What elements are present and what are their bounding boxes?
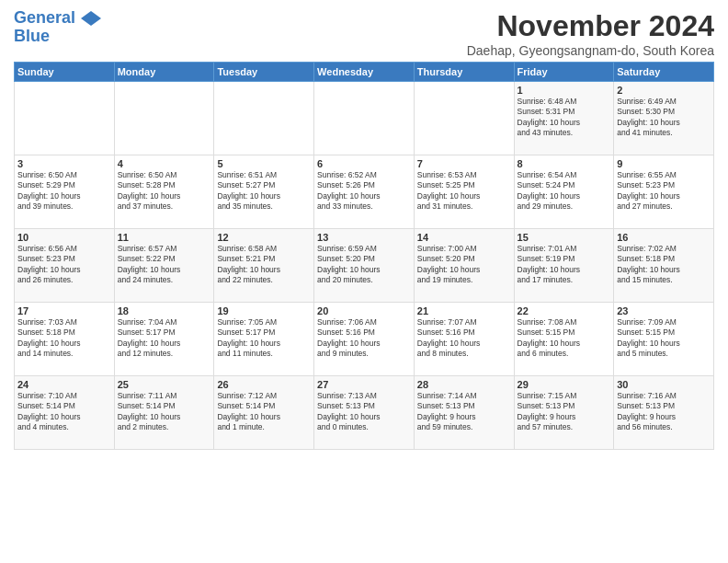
calendar-cell: 1Sunrise: 6:48 AM Sunset: 5:31 PM Daylig… <box>514 82 614 155</box>
calendar-cell: 11Sunrise: 6:57 AM Sunset: 5:22 PM Dayli… <box>114 229 214 303</box>
day-info: Sunrise: 7:03 AM Sunset: 5:18 PM Dayligh… <box>17 317 111 360</box>
day-info: Sunrise: 7:06 AM Sunset: 5:16 PM Dayligh… <box>317 317 411 360</box>
header-row: SundayMondayTuesdayWednesdayThursdayFrid… <box>15 63 714 82</box>
logo-icon <box>81 11 101 26</box>
day-number: 24 <box>17 379 111 390</box>
calendar-cell: 10Sunrise: 6:56 AM Sunset: 5:23 PM Dayli… <box>15 229 115 303</box>
day-number: 18 <box>118 305 211 316</box>
calendar-cell: 16Sunrise: 7:02 AM Sunset: 5:18 PM Dayli… <box>614 229 714 303</box>
day-info: Sunrise: 6:53 AM Sunset: 5:25 PM Dayligh… <box>417 170 511 213</box>
day-number: 17 <box>17 305 111 316</box>
day-number: 4 <box>118 158 211 169</box>
day-number: 25 <box>118 379 211 390</box>
day-number: 12 <box>217 232 311 243</box>
day-info: Sunrise: 7:05 AM Sunset: 5:17 PM Dayligh… <box>217 317 311 360</box>
day-number: 10 <box>17 232 111 243</box>
logo: General Blue <box>14 9 101 46</box>
weekday-header: Friday <box>514 63 614 82</box>
calendar-cell: 26Sunrise: 7:12 AM Sunset: 5:14 PM Dayli… <box>214 376 314 450</box>
day-number: 8 <box>518 158 611 169</box>
day-info: Sunrise: 7:00 AM Sunset: 5:20 PM Dayligh… <box>417 244 511 286</box>
day-number: 6 <box>317 158 411 169</box>
calendar-cell: 20Sunrise: 7:06 AM Sunset: 5:16 PM Dayli… <box>314 303 415 376</box>
day-info: Sunrise: 6:57 AM Sunset: 5:22 PM Dayligh… <box>118 244 211 286</box>
day-info: Sunrise: 6:59 AM Sunset: 5:20 PM Dayligh… <box>317 244 411 286</box>
calendar-week-row: 24Sunrise: 7:10 AM Sunset: 5:14 PM Dayli… <box>15 376 714 450</box>
calendar-cell: 2Sunrise: 6:49 AM Sunset: 5:30 PM Daylig… <box>614 82 714 155</box>
calendar-cell <box>114 82 214 155</box>
calendar-cell: 13Sunrise: 6:59 AM Sunset: 5:20 PM Dayli… <box>314 229 415 303</box>
day-info: Sunrise: 7:08 AM Sunset: 5:15 PM Dayligh… <box>518 317 611 360</box>
day-info: Sunrise: 7:13 AM Sunset: 5:13 PM Dayligh… <box>317 391 411 433</box>
calendar-cell: 19Sunrise: 7:05 AM Sunset: 5:17 PM Dayli… <box>214 303 314 376</box>
calendar-cell: 14Sunrise: 7:00 AM Sunset: 5:20 PM Dayli… <box>414 229 514 303</box>
calendar-cell: 17Sunrise: 7:03 AM Sunset: 5:18 PM Dayli… <box>15 303 115 376</box>
calendar-cell: 9Sunrise: 6:55 AM Sunset: 5:23 PM Daylig… <box>614 155 714 229</box>
calendar-week-row: 1Sunrise: 6:48 AM Sunset: 5:31 PM Daylig… <box>15 82 714 155</box>
day-info: Sunrise: 6:50 AM Sunset: 5:28 PM Dayligh… <box>118 170 211 213</box>
calendar-cell: 23Sunrise: 7:09 AM Sunset: 5:15 PM Dayli… <box>614 303 714 376</box>
calendar-cell: 8Sunrise: 6:54 AM Sunset: 5:24 PM Daylig… <box>514 155 614 229</box>
calendar-cell: 6Sunrise: 6:52 AM Sunset: 5:26 PM Daylig… <box>314 155 415 229</box>
day-info: Sunrise: 7:07 AM Sunset: 5:16 PM Dayligh… <box>417 317 511 360</box>
title-area: November 2024 Daehap, Gyeongsangnam-do, … <box>467 9 714 58</box>
day-number: 28 <box>417 379 511 390</box>
day-info: Sunrise: 7:02 AM Sunset: 5:18 PM Dayligh… <box>617 244 711 286</box>
weekday-header: Tuesday <box>214 63 314 82</box>
calendar-week-row: 3Sunrise: 6:50 AM Sunset: 5:29 PM Daylig… <box>15 155 714 229</box>
calendar-cell: 21Sunrise: 7:07 AM Sunset: 5:16 PM Dayli… <box>414 303 514 376</box>
day-info: Sunrise: 6:50 AM Sunset: 5:29 PM Dayligh… <box>17 170 111 213</box>
day-number: 23 <box>617 305 711 316</box>
calendar-cell <box>414 82 514 155</box>
day-number: 16 <box>617 232 711 243</box>
day-info: Sunrise: 6:58 AM Sunset: 5:21 PM Dayligh… <box>217 244 311 286</box>
day-info: Sunrise: 7:15 AM Sunset: 5:13 PM Dayligh… <box>518 391 611 433</box>
calendar-cell: 18Sunrise: 7:04 AM Sunset: 5:17 PM Dayli… <box>114 303 214 376</box>
calendar-cell: 22Sunrise: 7:08 AM Sunset: 5:15 PM Dayli… <box>514 303 614 376</box>
day-info: Sunrise: 7:09 AM Sunset: 5:15 PM Dayligh… <box>617 317 711 360</box>
calendar-cell: 24Sunrise: 7:10 AM Sunset: 5:14 PM Dayli… <box>15 376 115 450</box>
day-info: Sunrise: 6:54 AM Sunset: 5:24 PM Dayligh… <box>518 170 611 213</box>
day-number: 5 <box>217 158 311 169</box>
logo-text: General <box>14 9 101 28</box>
day-info: Sunrise: 6:51 AM Sunset: 5:27 PM Dayligh… <box>217 170 311 213</box>
day-info: Sunrise: 7:04 AM Sunset: 5:17 PM Dayligh… <box>118 317 211 360</box>
day-number: 13 <box>317 232 411 243</box>
svg-marker-0 <box>81 11 101 26</box>
day-number: 29 <box>518 379 611 390</box>
day-number: 7 <box>417 158 511 169</box>
weekday-header: Saturday <box>614 63 714 82</box>
calendar-cell: 29Sunrise: 7:15 AM Sunset: 5:13 PM Dayli… <box>514 376 614 450</box>
location: Daehap, Gyeongsangnam-do, South Korea <box>467 43 714 58</box>
calendar-table: SundayMondayTuesdayWednesdayThursdayFrid… <box>14 62 714 450</box>
day-number: 9 <box>617 158 711 169</box>
calendar-cell: 25Sunrise: 7:11 AM Sunset: 5:14 PM Dayli… <box>114 376 214 450</box>
calendar-week-row: 10Sunrise: 6:56 AM Sunset: 5:23 PM Dayli… <box>15 229 714 303</box>
month-title: November 2024 <box>467 9 714 43</box>
logo-blue-text: Blue <box>14 28 50 46</box>
day-info: Sunrise: 7:16 AM Sunset: 5:13 PM Dayligh… <box>617 391 711 433</box>
calendar-week-row: 17Sunrise: 7:03 AM Sunset: 5:18 PM Dayli… <box>15 303 714 376</box>
day-info: Sunrise: 6:55 AM Sunset: 5:23 PM Dayligh… <box>617 170 711 213</box>
main-container: General Blue November 2024 Daehap, Gyeon… <box>0 0 728 454</box>
day-number: 15 <box>518 232 611 243</box>
calendar-cell: 12Sunrise: 6:58 AM Sunset: 5:21 PM Dayli… <box>214 229 314 303</box>
day-number: 21 <box>417 305 511 316</box>
day-info: Sunrise: 7:10 AM Sunset: 5:14 PM Dayligh… <box>17 391 111 433</box>
calendar-cell: 4Sunrise: 6:50 AM Sunset: 5:28 PM Daylig… <box>114 155 214 229</box>
day-info: Sunrise: 6:56 AM Sunset: 5:23 PM Dayligh… <box>17 244 111 286</box>
calendar-cell: 7Sunrise: 6:53 AM Sunset: 5:25 PM Daylig… <box>414 155 514 229</box>
weekday-header: Wednesday <box>314 63 415 82</box>
day-number: 27 <box>317 379 411 390</box>
calendar-cell: 27Sunrise: 7:13 AM Sunset: 5:13 PM Dayli… <box>314 376 415 450</box>
calendar-cell <box>314 82 415 155</box>
day-number: 20 <box>317 305 411 316</box>
header: General Blue November 2024 Daehap, Gyeon… <box>14 9 714 58</box>
day-number: 3 <box>17 158 111 169</box>
calendar-cell: 15Sunrise: 7:01 AM Sunset: 5:19 PM Dayli… <box>514 229 614 303</box>
day-info: Sunrise: 7:11 AM Sunset: 5:14 PM Dayligh… <box>118 391 211 433</box>
weekday-header: Thursday <box>414 63 514 82</box>
day-info: Sunrise: 6:48 AM Sunset: 5:31 PM Dayligh… <box>518 97 611 139</box>
day-number: 19 <box>217 305 311 316</box>
day-info: Sunrise: 7:14 AM Sunset: 5:13 PM Dayligh… <box>417 391 511 433</box>
